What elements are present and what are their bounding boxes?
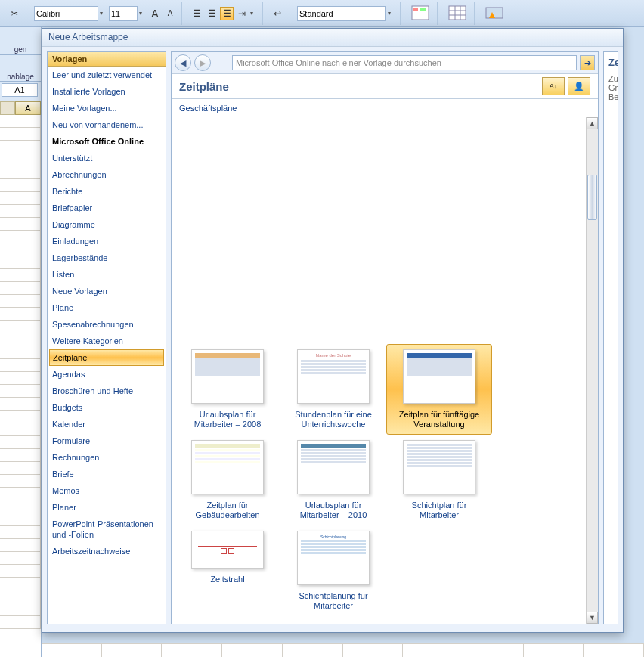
- wrap-icon[interactable]: ↩: [271, 7, 284, 20]
- sidebar-item-reports[interactable]: Berichte: [48, 183, 166, 200]
- template-label: Urlaubsplan für Mitarbeiter – 2010: [286, 500, 381, 520]
- subcategory-link[interactable]: Geschäftspläne: [179, 104, 237, 113]
- scroll-thumb[interactable]: [587, 175, 597, 220]
- sidebar-item-calendars[interactable]: Kalender: [48, 416, 166, 432]
- table-format-icon[interactable]: [445, 3, 469, 24]
- cell-styles-icon[interactable]: [482, 3, 506, 24]
- conditional-format-icon[interactable]: [408, 3, 432, 24]
- template-item[interactable]: Urlaubsplan für Mitarbeiter – 2010: [280, 435, 386, 525]
- template-label: Zeitplan für Gebäudearbeiten: [180, 500, 275, 520]
- sidebar-item-agendas[interactable]: Agendas: [48, 366, 166, 383]
- worksheet-edge: gen nablage A1 A: [0, 27, 42, 657]
- sidebar-item-presentations[interactable]: PowerPoint-Präsentationen und -Folien: [48, 516, 166, 543]
- font-select[interactable]: [34, 6, 98, 21]
- sidebar-item-brochures[interactable]: Broschüren und Hefte: [48, 383, 166, 399]
- template-label: Schichtplanung für Mitarbeiter: [286, 591, 381, 611]
- filter-users-button[interactable]: 👤: [568, 77, 590, 95]
- template-item[interactable]: Schichtplan für Mitarbeiter: [386, 435, 492, 525]
- template-gallery: Urlaubsplan für Mitarbeiter – 2008 Name …: [172, 117, 586, 624]
- nav-back-button[interactable]: ◀: [175, 54, 191, 71]
- template-label: Stundenplan für eine Unterrichtswoche: [286, 410, 381, 429]
- template-label: Urlaubsplan für Mitarbeiter – 2008: [180, 410, 275, 429]
- template-item-selected[interactable]: Zeitplan für fünftägige Veranstaltung: [386, 344, 492, 435]
- category-title: Zeitpläne: [179, 80, 539, 93]
- sidebar-item-forms[interactable]: Formulare: [48, 432, 166, 449]
- dialog-title: Neue Arbeitsmappe: [42, 29, 623, 47]
- sidebar-item-budgets[interactable]: Budgets: [48, 399, 166, 416]
- sidebar-item-mytemplates[interactable]: Meine Vorlagen...: [48, 100, 166, 116]
- search-go-button[interactable]: ➔: [580, 55, 595, 70]
- sidebar-item-schedules[interactable]: Zeitpläne: [49, 349, 164, 366]
- sort-button[interactable]: A↓: [542, 77, 565, 95]
- preview-title: Ze: [608, 57, 613, 68]
- sidebar-item-memos[interactable]: Memos: [48, 482, 166, 499]
- template-item[interactable]: Name der Schule Stundenplan für eine Unt…: [280, 344, 386, 435]
- sidebar-item-online[interactable]: Microsoft Office Online: [48, 133, 166, 150]
- sidebar-item-lists[interactable]: Listen: [48, 266, 166, 283]
- svg-rect-8: [486, 8, 503, 18]
- align-left-icon[interactable]: ☰: [190, 7, 203, 20]
- template-label: Zeitstrahl: [180, 575, 275, 584]
- new-workbook-dialog: Neue Arbeitsmappe Vorlagen Leer und zule…: [42, 28, 624, 633]
- svg-rect-3: [449, 6, 466, 20]
- size-select[interactable]: [109, 6, 138, 21]
- decrease-font-icon[interactable]: A: [163, 7, 177, 20]
- template-sidebar: Vorlagen Leer und zuletzt verwendet Inst…: [47, 51, 166, 624]
- sidebar-item-invitations[interactable]: Einladungen: [48, 233, 166, 249]
- nav-forward-button: ▶: [194, 54, 211, 71]
- sidebar-item-letters[interactable]: Briefe: [48, 466, 166, 482]
- worksheet-cells: [42, 643, 644, 657]
- sidebar-item-blank[interactable]: Leer und zuletzt verwendet: [48, 67, 166, 83]
- sidebar-item-installed[interactable]: Installierte Vorlagen: [48, 83, 166, 100]
- sidebar-item-invoices[interactable]: Rechnungen: [48, 449, 166, 466]
- sidebar-header: Vorlagen: [48, 52, 166, 67]
- preview-pane: Ze Zur Grö Bew: [603, 51, 618, 624]
- sidebar-item-newtemplates[interactable]: Neue Vorlagen: [48, 283, 166, 299]
- sidebar-item-featured[interactable]: Unterstützt: [48, 150, 166, 166]
- template-item[interactable]: Schichtplanung Schichtplanung für Mitarb…: [280, 525, 386, 616]
- scissors-icon[interactable]: ✂: [8, 7, 21, 20]
- ribbon: ✂ ▾ ▾ A A ☰ ☰ ☰ ⇥▾ ↩ ▾: [0, 0, 644, 27]
- scroll-down-icon[interactable]: ▼: [587, 612, 598, 624]
- sidebar-item-stationery[interactable]: Briefpapier: [48, 200, 166, 216]
- sort-icon: A↓: [550, 82, 558, 90]
- template-item[interactable]: Zeitplan für Gebäudearbeiten: [175, 435, 280, 525]
- template-label: Schichtplan für Mitarbeiter: [392, 500, 487, 520]
- increase-font-icon[interactable]: A: [148, 7, 162, 20]
- sidebar-item-timesheets[interactable]: Arbeitszeitnachweise: [48, 543, 166, 559]
- sidebar-item-diagrams[interactable]: Diagramme: [48, 216, 166, 233]
- svg-rect-1: [413, 8, 418, 11]
- template-label: Zeitplan für fünftägige Veranstaltung: [392, 410, 487, 429]
- style-select[interactable]: [297, 6, 386, 21]
- name-box[interactable]: A1: [2, 83, 38, 97]
- indent-icon[interactable]: ⇥: [235, 7, 249, 20]
- svg-rect-2: [420, 8, 426, 11]
- template-search-input[interactable]: [232, 55, 577, 70]
- sidebar-item-plans[interactable]: Pläne: [48, 299, 166, 316]
- user-icon: 👤: [574, 82, 584, 91]
- template-main: ◀ ▶ ➔ Zeitpläne A↓ 👤 Geschäftspläne: [171, 51, 599, 624]
- sidebar-item-expenses[interactable]: Spesenabrechnungen: [48, 316, 166, 333]
- column-header-a[interactable]: A: [15, 101, 41, 115]
- scroll-up-icon[interactable]: ▲: [587, 117, 598, 129]
- sidebar-item-morecat[interactable]: Weitere Kategorien: [48, 333, 166, 349]
- template-item[interactable]: Urlaubsplan für Mitarbeiter – 2008: [175, 344, 280, 435]
- align-center-icon[interactable]: ☰: [205, 7, 218, 20]
- sidebar-item-inventory[interactable]: Lagerbestände: [48, 249, 166, 266]
- sidebar-item-billing[interactable]: Abrechnungen: [48, 166, 166, 183]
- sidebar-item-fromexisting[interactable]: Neu von vorhandenem...: [48, 116, 166, 133]
- template-item[interactable]: Zeitstrahl: [175, 525, 280, 616]
- align-right-icon[interactable]: ☰: [220, 7, 234, 20]
- sidebar-item-planners[interactable]: Planer: [48, 499, 166, 516]
- gallery-scrollbar[interactable]: ▲ ▼: [586, 117, 598, 624]
